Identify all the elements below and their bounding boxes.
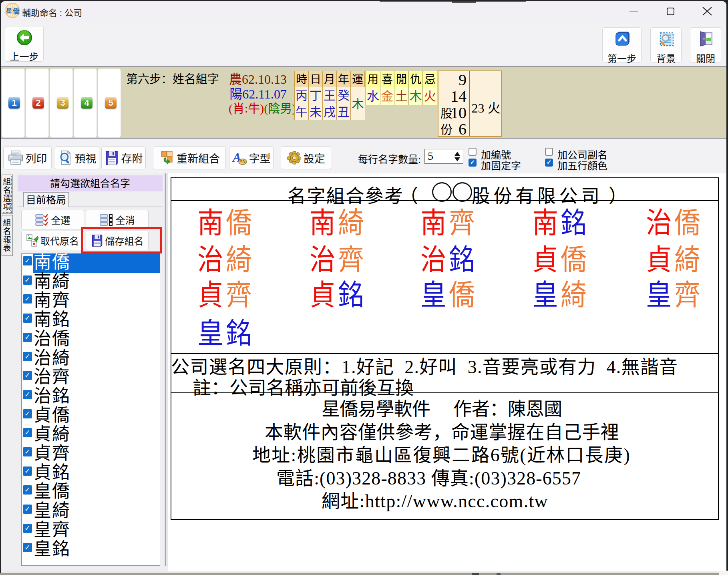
- svg-text:星: 星: [6, 7, 12, 14]
- svg-text:僑: 僑: [12, 7, 20, 15]
